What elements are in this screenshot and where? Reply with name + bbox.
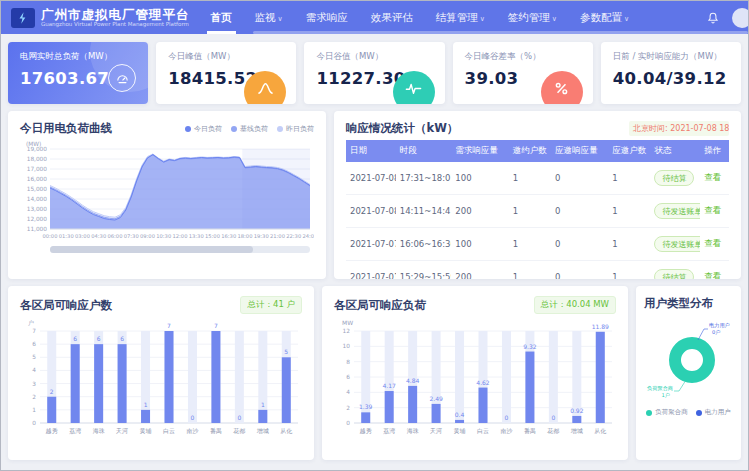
svg-text:16,000: 16,000 — [27, 176, 48, 182]
nav-item-5[interactable]: 签约管理∨ — [505, 1, 560, 34]
svg-text:03:00: 03:00 — [75, 233, 90, 239]
svg-text:天河: 天河 — [430, 427, 442, 434]
svg-text:黄埔: 黄埔 — [454, 427, 466, 434]
svg-text:16:30: 16:30 — [221, 233, 236, 239]
households-title: 各区局可响应户数 — [20, 298, 112, 313]
view-link[interactable]: 查看 — [704, 205, 721, 215]
response-stats-panel: 响应情况统计（kW） 北京时间: 2021-07-08 18:16 日期时段需求… — [334, 111, 741, 279]
kpi-label: 电网实时总负荷（MW） — [20, 51, 136, 63]
view-link[interactable]: 查看 — [704, 271, 721, 279]
column-header-0: 日期 — [346, 140, 396, 162]
cell-invited: 1 — [509, 228, 551, 261]
legend-dot — [231, 126, 237, 132]
svg-text:5: 5 — [32, 354, 36, 360]
response-stats-head: 响应情况统计（kW） 北京时间: 2021-07-08 18:16 — [346, 121, 729, 136]
nav-item-0[interactable]: 首页 — [208, 1, 235, 34]
legend-dot — [185, 126, 191, 132]
user-type-panel: 用户类型分布 电力用户0户负荷聚合商1户 负荷聚合商电力用户 — [636, 286, 741, 460]
district-load-bar-chart[interactable]: MW0246810121.39越秀4.17荔湾4.84海珠2.49天河0.4黄埔… — [334, 317, 616, 447]
kpi-label: 今日峰值（MW） — [168, 51, 284, 63]
svg-text:花都: 花都 — [233, 427, 245, 435]
svg-text:11.89: 11.89 — [592, 323, 609, 330]
gauge-icon — [108, 64, 136, 92]
svg-text:0: 0 — [32, 420, 36, 426]
cell-accepted_count: 1 — [608, 228, 650, 261]
nav-item-1[interactable]: 监视∨ — [252, 1, 286, 34]
donut-legend-item-1[interactable]: 电力用户 — [696, 408, 731, 417]
svg-text:13:30: 13:30 — [189, 233, 204, 239]
nav-item-3[interactable]: 效果评估 — [368, 1, 416, 34]
svg-text:1户: 1户 — [662, 392, 671, 398]
app-logo[interactable]: 广州市虚拟电厂管理平台 Guangzhou Virtual Power Plan… — [11, 8, 190, 28]
cell-period: 14:11~14:41 — [396, 195, 452, 228]
cell-invited: 1 — [509, 162, 551, 195]
donut-legend-item-0[interactable]: 负荷聚合商 — [646, 408, 688, 417]
svg-text:6: 6 — [97, 335, 101, 342]
chevron-down-icon: ∨ — [278, 15, 283, 23]
cell-accepted_amount: 0 — [551, 162, 608, 195]
chart-zoom-fill[interactable] — [50, 246, 253, 253]
svg-text:14,000: 14,000 — [27, 196, 48, 202]
load-curve-chart[interactable]: (MW)19,00018,00017,00016,00015,00014,000… — [20, 139, 314, 243]
view-link[interactable]: 查看 — [704, 172, 721, 182]
svg-text:19,000: 19,000 — [27, 146, 48, 152]
app-title: 广州市虚拟电厂管理平台 — [41, 8, 190, 21]
svg-text:白云: 白云 — [163, 427, 175, 435]
svg-text:南沙: 南沙 — [500, 427, 512, 434]
load-curve-legend: 今日负荷基线负荷昨日负荷 — [185, 124, 314, 134]
cell-period: 16:06~16:36 — [396, 228, 452, 261]
svg-text:12:00: 12:00 — [173, 233, 188, 239]
svg-text:0.92: 0.92 — [570, 407, 584, 414]
cell-demand: 100 — [451, 228, 508, 261]
svg-text:7: 7 — [32, 328, 36, 334]
legend-item-0[interactable]: 今日负荷 — [185, 124, 222, 134]
legend-dot — [277, 126, 283, 132]
response-table-head: 日期时段需求响应量邀约户数应邀响应量应邀户数状态操作 — [346, 140, 729, 162]
notification-icon[interactable] — [706, 11, 720, 25]
households-bar-chart[interactable]: 户012345672越秀6荔湾6海珠6天河1黄埔7白云0南沙7番禺0花都1增城5… — [20, 317, 302, 447]
cell-accepted_amount: 0 — [551, 195, 608, 228]
svg-text:越秀: 越秀 — [360, 427, 372, 435]
svg-text:19:30: 19:30 — [254, 233, 269, 239]
legend-item-2[interactable]: 昨日负荷 — [277, 124, 314, 134]
nav-item-4[interactable]: 结算管理∨ — [433, 1, 488, 34]
load-curve-panel: 今日用电负荷曲线 今日负荷基线负荷昨日负荷 (MW)19,00018,00017… — [8, 111, 326, 279]
user-type-donut-chart[interactable]: 电力用户0户负荷聚合商1户 — [644, 314, 733, 406]
svg-text:6: 6 — [73, 335, 77, 342]
svg-text:负荷聚合商: 负荷聚合商 — [647, 385, 673, 392]
main-nav: 首页监视∨需求响应效果评估结算管理∨签约管理∨参数配置∨ — [208, 1, 650, 34]
cell-demand: 200 — [451, 261, 508, 280]
top-header: 广州市虚拟电厂管理平台 Guangzhou Virtual Power Plan… — [1, 1, 748, 34]
svg-text:0户: 0户 — [712, 329, 721, 335]
nav-item-6[interactable]: 参数配置∨ — [577, 1, 632, 34]
header-scroll-strip — [253, 31, 748, 34]
cell-date: 2021-07-08 — [346, 195, 396, 228]
cell-period: 15:29~15:59 — [396, 261, 452, 280]
user-type-title: 用户类型分布 — [644, 296, 713, 311]
load-curve-title: 今日用电负荷曲线 — [20, 121, 112, 136]
kpi-label: 今日峰谷差率（%） — [465, 51, 581, 63]
district-load-panel: 各区局可响应负荷 总计：40.04 MW MW0246810121.39越秀4.… — [322, 286, 628, 460]
table-row-3: 2021-07-0115:29~15:59200101待结算查看 — [346, 261, 729, 280]
column-header-2: 需求响应量 — [451, 140, 508, 162]
app-window: 广州市虚拟电厂管理平台 Guangzhou Virtual Power Plan… — [0, 0, 749, 471]
svg-text:4: 4 — [346, 389, 350, 395]
kpi-card-2: 今日谷值（MW）11227.30 — [304, 42, 444, 104]
column-header-5: 应邀户数 — [608, 140, 650, 162]
nav-item-2[interactable]: 需求响应 — [303, 1, 351, 34]
avatar[interactable] — [732, 8, 749, 28]
beijing-time-tag: 北京时间: 2021-07-08 18:16 — [629, 121, 729, 136]
svg-text:04:30: 04:30 — [91, 233, 106, 239]
svg-text:2: 2 — [346, 405, 350, 411]
chart-zoom-slider[interactable] — [50, 246, 310, 253]
cell-invited: 1 — [509, 261, 551, 280]
view-link[interactable]: 查看 — [704, 238, 721, 248]
svg-text:17,000: 17,000 — [27, 166, 48, 172]
legend-item-1[interactable]: 基线负荷 — [231, 124, 268, 134]
cell-date: 2021-07-01 — [346, 261, 396, 280]
svg-text:0: 0 — [551, 414, 555, 421]
column-header-4: 应邀响应量 — [551, 140, 608, 162]
response-table-header-row: 日期时段需求响应量邀约户数应邀响应量应邀户数状态操作 — [346, 140, 729, 162]
kpi-card-3: 今日峰谷差率（%）39.03 — [453, 42, 593, 104]
response-table: 日期时段需求响应量邀约户数应邀响应量应邀户数状态操作 2021-07-0817:… — [346, 140, 729, 279]
